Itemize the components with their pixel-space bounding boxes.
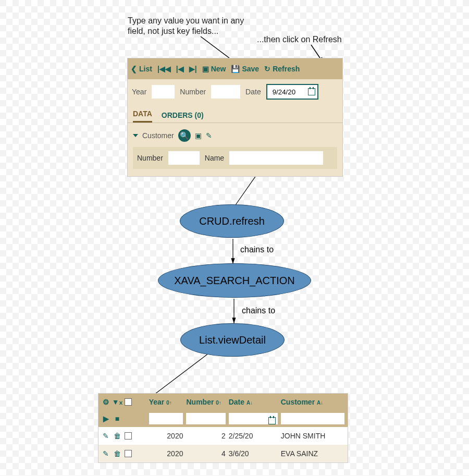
search-icon: 🔍: [180, 131, 189, 140]
eraser-icon[interactable]: ■: [113, 414, 121, 423]
new-button[interactable]: ▣ New: [202, 65, 226, 73]
save-button-label: Save: [242, 65, 259, 73]
customer-name-input[interactable]: [229, 151, 323, 165]
primary-fields-row: Year Number Date: [128, 79, 342, 104]
flow-node-xava-search-action: XAVA_SEARCH_ACTION: [158, 263, 311, 298]
save-button[interactable]: 💾 Save: [231, 65, 259, 73]
filter-year-input[interactable]: [149, 413, 183, 424]
customer-fields: Number Name: [133, 147, 337, 169]
select-all-checkbox[interactable]: [125, 398, 132, 406]
date-input[interactable]: [269, 86, 306, 98]
play-filter-icon[interactable]: ▶: [102, 414, 110, 423]
edit-customer-icon[interactable]: ✎: [206, 131, 212, 140]
cell-year: 2020: [149, 449, 183, 458]
tab-data[interactable]: DATA: [133, 105, 152, 123]
detail-toolbar: ❮ List |◀◀ |◀ ▶| ▣ New 💾 Save ↻ Refresh: [128, 58, 342, 79]
prev-record-icon[interactable]: |◀: [176, 65, 184, 73]
refresh-button[interactable]: ↻ Refresh: [264, 65, 300, 73]
customer-number-input[interactable]: [168, 151, 200, 165]
cell-date: 3/6/20: [229, 449, 278, 458]
sort-icon: A↓: [246, 400, 253, 406]
cell-number: 4: [186, 449, 225, 458]
col-header-customer[interactable]: Customer A↓: [281, 398, 344, 406]
filter-customer-input[interactable]: [281, 413, 344, 424]
edge-label-1: chains to: [240, 245, 274, 254]
list-header: ⚙ ▼x Year 0↑ Number 0↑ Date A↓ Customer …: [98, 394, 348, 427]
list-body: ✎ 🗑 2020 2 2/25/20 JOHN SMITH ✎ 🗑 2020 4…: [98, 427, 348, 462]
flow-node-list-viewdetail: List.viewDetail: [180, 323, 285, 357]
sort-icon: 0↑: [216, 400, 221, 406]
first-record-icon[interactable]: |◀◀: [157, 65, 171, 73]
calendar-icon[interactable]: [268, 417, 276, 424]
chevron-left-icon: ❮: [131, 65, 137, 73]
detail-form-panel: ❮ List |◀◀ |◀ ▶| ▣ New 💾 Save ↻ Refresh …: [127, 58, 343, 177]
row-checkbox[interactable]: [125, 450, 132, 457]
cell-number: 2: [186, 432, 225, 440]
tab-orders[interactable]: ORDERS (0): [162, 107, 204, 123]
table-row: ✎ 🗑 2020 2 2/25/20 JOHN SMITH: [98, 427, 348, 445]
new-icon: ▣: [202, 65, 209, 73]
list-button[interactable]: ❮ List: [131, 65, 152, 73]
customer-section: Customer 🔍 ▣ ✎ Number Name: [128, 123, 342, 176]
search-customer-button[interactable]: 🔍: [178, 129, 191, 142]
col-header-year[interactable]: Year 0↑: [149, 398, 183, 406]
sort-icon: A↓: [317, 400, 323, 406]
customer-number-label: Number: [137, 154, 163, 162]
edit-row-icon[interactable]: ✎: [102, 449, 110, 458]
callout-text-1: Type any value you want in any field, no…: [128, 16, 244, 36]
add-customer-icon[interactable]: ▣: [195, 131, 202, 140]
calendar-icon[interactable]: [308, 88, 315, 95]
flow-node-crud-refresh: CRUD.refresh: [180, 204, 284, 238]
row-checkbox[interactable]: [125, 432, 132, 440]
refresh-icon: ↻: [264, 65, 270, 73]
table-row: ✎ 🗑 2020 4 3/6/20 EVA SAINZ: [98, 445, 348, 462]
list-panel: ⚙ ▼x Year 0↑ Number 0↑ Date A↓ Customer …: [98, 393, 348, 463]
date-label: Date: [245, 88, 261, 96]
refresh-button-label: Refresh: [273, 65, 300, 73]
callout-text-2: ...then click on Refresh: [257, 34, 342, 45]
cell-customer: EVA SAINZ: [281, 449, 344, 458]
save-icon: 💾: [231, 65, 240, 73]
year-label: Year: [132, 88, 146, 96]
cell-year: 2020: [149, 432, 183, 440]
customer-title: Customer: [142, 131, 174, 140]
filter-clear-icon[interactable]: ▼x: [113, 398, 121, 406]
new-button-label: New: [211, 65, 226, 73]
delete-row-icon[interactable]: 🗑: [113, 432, 121, 440]
list-button-label: List: [139, 65, 152, 73]
edit-row-icon[interactable]: ✎: [102, 432, 110, 440]
delete-row-icon[interactable]: 🗑: [113, 449, 121, 458]
number-label: Number: [180, 88, 206, 96]
customer-name-label: Name: [205, 154, 224, 162]
filter-number-input[interactable]: [186, 413, 225, 424]
col-header-date[interactable]: Date A↓: [229, 398, 278, 406]
chevron-down-icon[interactable]: [133, 134, 138, 137]
date-field[interactable]: [266, 84, 318, 100]
tabs-bar: DATA ORDERS (0): [128, 104, 342, 123]
next-record-icon[interactable]: ▶|: [189, 65, 197, 73]
sort-icon: 0↑: [166, 400, 172, 406]
cell-date: 2/25/20: [229, 432, 278, 440]
year-input[interactable]: [152, 85, 175, 99]
customer-header: Customer 🔍 ▣ ✎: [133, 129, 337, 142]
edge-label-2: chains to: [242, 306, 275, 315]
cell-customer: JOHN SMITH: [281, 432, 344, 440]
col-header-number[interactable]: Number 0↑: [186, 398, 225, 406]
number-input[interactable]: [211, 85, 240, 99]
gear-icon[interactable]: ⚙: [102, 398, 110, 406]
